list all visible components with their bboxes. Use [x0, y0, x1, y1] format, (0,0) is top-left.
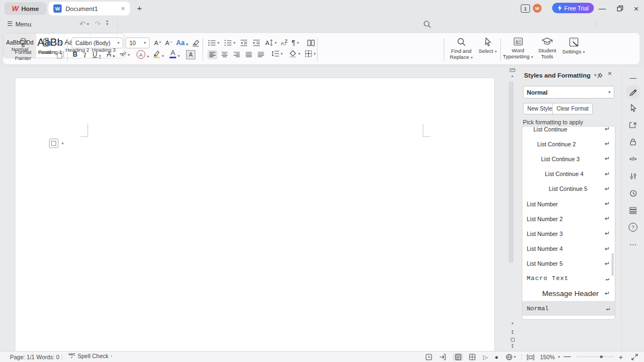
document-page[interactable]	[15, 78, 494, 351]
previous-page-button[interactable]: ▴▴	[510, 330, 515, 334]
style-item-normal[interactable]: Normal↵	[522, 301, 615, 316]
char-border-button[interactable]: A	[186, 50, 195, 59]
more-panels-icon[interactable]: ⋯	[626, 238, 640, 251]
side-panel-button[interactable]	[438, 353, 447, 361]
view-options-button[interactable]: ▾	[504, 353, 518, 361]
undo-button[interactable]: ↶▾	[79, 20, 89, 28]
spell-check-button[interactable]: ABC ✓ Spell Check ›	[68, 353, 112, 359]
fit-page-button[interactable]	[526, 353, 536, 361]
options-panel-icon[interactable]	[626, 169, 640, 183]
style-item-list-continue[interactable]: List Continue↵	[522, 126, 615, 136]
home-tab[interactable]: W Home	[4, 2, 46, 15]
font-size-select[interactable]: 10▾	[125, 37, 150, 48]
search-commands-button[interactable]	[423, 20, 431, 28]
italic-button[interactable]: I	[84, 51, 86, 59]
distribute-button[interactable]	[256, 50, 266, 59]
close-window-button[interactable]: ×	[630, 3, 642, 13]
ruler-toggle-button[interactable]	[510, 68, 515, 73]
format-painter-button[interactable]: Format Painter	[10, 37, 36, 62]
decrease-font-button[interactable]: A⁻	[165, 39, 173, 47]
style-item-list-continue-5[interactable]: List Continue 5↵	[522, 182, 615, 196]
align-left-button[interactable]	[208, 50, 217, 59]
align-right-button[interactable]	[232, 50, 242, 59]
style-item-list-continue-4[interactable]: List Continue 4↵	[522, 167, 615, 182]
fit-window-button[interactable]	[631, 354, 638, 360]
paste-button[interactable]: Paste▾	[37, 37, 56, 55]
task-window-button[interactable]	[424, 353, 434, 361]
history-icon[interactable]	[626, 187, 640, 200]
copy-button[interactable]	[57, 51, 64, 59]
selection-pane-icon[interactable]	[626, 118, 640, 131]
close-tab-icon[interactable]: ×	[121, 4, 125, 13]
document-tab[interactable]: W Document1 ×	[48, 2, 130, 15]
eye-protection-button[interactable]: ●	[492, 353, 501, 361]
next-page-button[interactable]: ▾▾	[510, 344, 515, 348]
page-view-button[interactable]	[453, 353, 463, 361]
find-replace-button[interactable]: Find and Replace▾	[447, 37, 476, 61]
minimize-button[interactable]: —	[596, 3, 608, 13]
select-button[interactable]: Select▾	[477, 37, 499, 54]
strikethrough-button[interactable]: A▾	[107, 51, 115, 58]
increase-indent-button[interactable]	[253, 40, 260, 46]
window-count-badge[interactable]: 1	[521, 4, 530, 13]
show-marks-button[interactable]: ¶▾	[292, 39, 299, 47]
font-name-select[interactable]: Calibri (Body)▾	[72, 37, 123, 48]
borders-button[interactable]: ▾	[305, 50, 316, 57]
settings-button[interactable]: Settings▾	[560, 37, 587, 54]
clear-formatting-button[interactable]	[192, 39, 200, 47]
columns-button[interactable]	[307, 40, 315, 46]
numbering-button[interactable]: ▾	[224, 40, 236, 46]
shading-button[interactable]: ▾	[289, 50, 301, 57]
change-case-button[interactable]: Aa▾	[176, 39, 188, 47]
styles-list-scrollbar[interactable]	[612, 253, 614, 276]
menu-button[interactable]: ☰ Menu	[7, 20, 31, 28]
styles-panel-icon[interactable]	[626, 85, 640, 98]
collapse-sidebar-icon[interactable]: —	[626, 72, 640, 85]
style-selector[interactable]: Normal ▾	[523, 86, 614, 98]
zoom-slider-handle[interactable]	[600, 355, 603, 358]
help-icon[interactable]: ?	[626, 221, 640, 234]
zoom-out-button[interactable]: —	[564, 352, 571, 360]
clear-format-button[interactable]: Clear Format	[552, 103, 593, 114]
word-typesetting-button[interactable]: A Word Typesetting▾	[502, 37, 534, 60]
char-shading-button[interactable]: A▾	[137, 50, 149, 59]
multi-page-view-button[interactable]	[467, 353, 477, 361]
navigation-pane-icon[interactable]	[626, 204, 640, 217]
cut-button[interactable]: ✂	[57, 39, 63, 47]
redo-button[interactable]: ↷	[95, 20, 101, 28]
style-item-list-number-2[interactable]: List Number 2↵	[522, 211, 615, 226]
scroll-up-button[interactable]: ▴	[511, 74, 514, 78]
new-style-button[interactable]: New Style	[523, 103, 556, 114]
bullets-button[interactable]: ▾	[208, 40, 220, 46]
style-item-list-number-3[interactable]: List Number 3↵	[522, 226, 615, 241]
free-trial-button[interactable]: Free Trial	[552, 3, 594, 13]
style-item-list-number-4[interactable]: List Number 4↵	[522, 242, 615, 256]
style-item-list-continue-2[interactable]: List Continue 2↵	[522, 136, 615, 151]
style-item-list-number-5[interactable]: List Number 5↵	[522, 256, 615, 271]
line-spacing-button[interactable]: ▾	[271, 51, 283, 57]
student-tools-button[interactable]: Student Tools	[535, 37, 559, 60]
style-item-macro-text[interactable]: Macro Text↵	[522, 271, 615, 286]
underline-button[interactable]: U▾	[92, 51, 101, 58]
zoom-slider-track[interactable]	[577, 356, 614, 357]
style-item-message-header[interactable]: Message Header↵	[522, 286, 615, 301]
zoom-in-button[interactable]: +	[619, 353, 623, 361]
read-mode-button[interactable]: ▷	[481, 353, 490, 361]
decrease-indent-button[interactable]	[240, 40, 248, 46]
select-browse-object-button[interactable]	[511, 338, 515, 342]
increase-font-button[interactable]: A⁺	[154, 39, 162, 47]
style-item-list-number[interactable]: List Number↵	[522, 196, 615, 211]
close-panel-button[interactable]: ×	[608, 69, 612, 78]
more-commands-button[interactable]: ▾▾	[106, 20, 108, 25]
text-direction-button[interactable]: A▾	[265, 39, 277, 46]
highlight-color-button[interactable]: ▾	[153, 50, 164, 58]
font-color-button[interactable]: A▾	[170, 50, 180, 58]
select-tool-icon[interactable]	[626, 101, 640, 114]
vertical-scrollbar[interactable]	[509, 81, 514, 263]
align-center-button[interactable]	[220, 50, 230, 59]
justify-button[interactable]	[244, 50, 254, 59]
scroll-down-button[interactable]: ▾	[510, 322, 515, 325]
bold-button[interactable]: B	[73, 51, 78, 58]
zoom-level-button[interactable]: 150% ▾	[540, 354, 560, 360]
superscript-button[interactable]: x²▾	[121, 51, 130, 57]
